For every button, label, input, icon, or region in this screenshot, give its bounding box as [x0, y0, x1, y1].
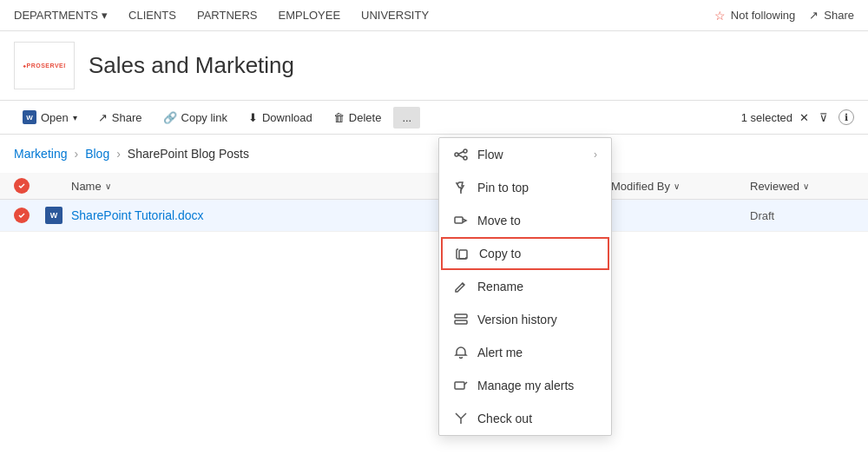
delete-button[interactable]: 🗑 Delete: [325, 107, 391, 129]
svg-point-1: [455, 153, 458, 156]
chevron-down-icon: ▾: [102, 9, 108, 22]
share-button-top[interactable]: ↗ Share: [809, 9, 854, 22]
svg-line-5: [458, 155, 464, 158]
breadcrumb-separator: ›: [74, 147, 78, 161]
row-check-circle: [14, 208, 30, 223]
menu-item-checkout[interactable]: Check out: [439, 402, 611, 435]
history-icon: [453, 312, 469, 327]
chevron-down-icon: ▾: [73, 113, 77, 122]
menu-item-manage-alerts[interactable]: Manage my alerts: [439, 369, 611, 402]
svg-rect-7: [455, 217, 463, 223]
top-nav-right: ☆ Not following ↗ Share: [714, 9, 854, 23]
close-icon[interactable]: ✕: [799, 111, 809, 124]
breadcrumb: Marketing › Blog › SharePoint Blog Posts: [0, 135, 868, 173]
star-icon: ☆: [714, 9, 726, 23]
more-button[interactable]: ...: [393, 107, 420, 129]
menu-item-version-history[interactable]: Version history: [439, 303, 611, 336]
menu-item-pin[interactable]: Pin to top: [439, 171, 611, 204]
svg-rect-9: [455, 314, 467, 318]
logo: ⬥PROSERVEIT: [23, 59, 66, 72]
breadcrumb-separator-2: ›: [116, 147, 121, 161]
share-button[interactable]: ↗ Share: [89, 107, 151, 129]
word-icon: W: [45, 207, 62, 224]
rename-icon: [453, 279, 469, 294]
move-icon: [453, 213, 469, 228]
file-type-icon: W: [45, 207, 71, 224]
menu-item-alert[interactable]: Alert me: [439, 336, 611, 369]
column-header-reviewed[interactable]: Reviewed ∨: [750, 180, 854, 193]
page-title: Sales and Marketing: [89, 52, 294, 79]
bell-icon: [453, 345, 469, 360]
share-icon: ↗: [809, 9, 819, 22]
link-icon: 🔗: [163, 111, 177, 124]
checkout-icon: [453, 411, 469, 426]
select-all-check[interactable]: [14, 178, 30, 194]
logo-box: ⬥PROSERVEIT: [14, 42, 75, 89]
nav-departments[interactable]: DEPARTMENTS ▾: [14, 9, 108, 22]
breadcrumb-item-current: SharePoint Blog Posts: [128, 147, 249, 161]
toolbar-right: 1 selected ✕ ⊽ ℹ: [741, 109, 854, 125]
menu-item-copy[interactable]: Copy to: [441, 237, 609, 270]
download-icon: ⬇: [248, 111, 258, 124]
word-icon-small: W: [23, 110, 36, 124]
svg-rect-11: [455, 382, 464, 389]
breadcrumb-item-marketing[interactable]: Marketing: [14, 147, 67, 161]
flow-icon: [453, 147, 469, 162]
sort-icon-reviewed: ∨: [803, 181, 809, 191]
download-button[interactable]: ⬇ Download: [240, 107, 321, 129]
nav-employee[interactable]: EMPLOYEE: [279, 9, 341, 22]
table-header: Name ∨ Modified By ∨ Reviewed ∨: [0, 173, 868, 200]
filter-icon[interactable]: ⊽: [819, 111, 828, 124]
sort-icon-modified: ∨: [674, 181, 680, 191]
svg-rect-10: [455, 320, 467, 324]
info-icon[interactable]: ℹ: [838, 109, 854, 125]
table-row[interactable]: W SharePoint Tutorial.docx Draft: [0, 200, 868, 232]
sort-icon: ∨: [105, 181, 111, 191]
menu-item-flow[interactable]: Flow ›: [439, 138, 611, 171]
toolbar: W Open ▾ ↗ Share 🔗 Copy link ⬇ Download …: [0, 101, 868, 135]
menu-item-move[interactable]: Move to: [439, 204, 611, 237]
svg-line-4: [458, 152, 464, 155]
selected-info: 1 selected ✕: [741, 111, 809, 124]
delete-icon: 🗑: [333, 111, 345, 124]
nav-university[interactable]: UNIVERSITY: [361, 9, 429, 22]
svg-point-2: [464, 149, 467, 153]
menu-item-rename[interactable]: Rename: [439, 270, 611, 303]
pin-icon: [453, 180, 469, 195]
nav-clients[interactable]: CLIENTS: [128, 9, 176, 22]
svg-point-3: [464, 156, 467, 160]
share-icon: ↗: [98, 111, 108, 124]
copy-link-button[interactable]: 🔗 Copy link: [155, 107, 236, 129]
manage-alerts-icon: [453, 378, 469, 393]
not-following-button[interactable]: ☆ Not following: [714, 9, 795, 23]
copy-icon: [455, 246, 470, 261]
breadcrumb-item-blog[interactable]: Blog: [85, 147, 109, 161]
page-header: ⬥PROSERVEIT Sales and Marketing: [0, 31, 868, 101]
submenu-arrow-icon: ›: [594, 148, 597, 161]
svg-text:⬥PROSERVEIT: ⬥PROSERVEIT: [23, 63, 66, 69]
nav-partners[interactable]: PARTNERS: [197, 9, 258, 22]
context-menu: Flow › Pin to top: [438, 137, 612, 436]
row-checkbox[interactable]: [14, 208, 45, 223]
column-header-check: [14, 178, 45, 194]
open-button[interactable]: W Open ▾: [14, 106, 86, 129]
top-navigation: DEPARTMENTS ▾ CLIENTS PARTNERS EMPLOYEE …: [0, 0, 868, 31]
reviewed-status: Draft: [750, 209, 854, 222]
column-header-modified[interactable]: Modified By ∨: [611, 180, 750, 193]
